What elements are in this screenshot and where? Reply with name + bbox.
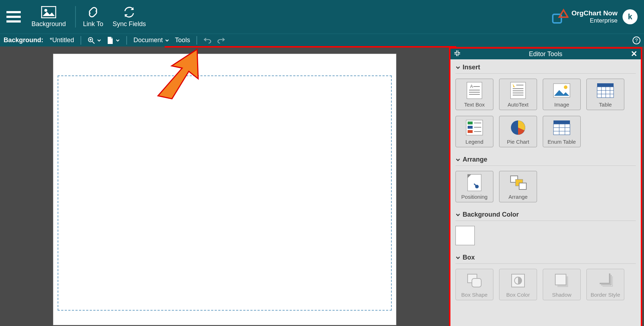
- linkto-button[interactable]: Link To: [83, 6, 103, 28]
- positioning-icon: [467, 174, 482, 192]
- autotext-icon: [510, 82, 526, 99]
- tile-autotext[interactable]: AutoText: [499, 79, 537, 110]
- tile-border-style: Border Style: [586, 269, 624, 300]
- chevron-down-icon: [455, 212, 460, 217]
- page-icon: [107, 36, 113, 44]
- borderstyle-icon: [597, 273, 613, 288]
- sync-icon: [123, 6, 136, 18]
- tile-positioning[interactable]: Positioning: [455, 171, 493, 202]
- image-icon: [41, 6, 56, 18]
- brand: OrgChart Now Enterprise: [551, 8, 618, 26]
- panel-title: Editor Tools: [529, 50, 562, 58]
- svg-rect-22: [597, 87, 614, 98]
- section-arrange: Arrange Positioning Arrange: [455, 154, 636, 202]
- section-insert: Insert A Text Box AutoText Image Table: [455, 61, 636, 147]
- boxcolor-icon: [510, 273, 526, 288]
- svg-line-4: [92, 41, 94, 44]
- tile-table[interactable]: Table: [586, 79, 624, 110]
- svg-rect-42: [468, 174, 481, 191]
- tile-arrange[interactable]: Arrange: [499, 171, 537, 202]
- link-icon: [87, 6, 99, 18]
- menu-button[interactable]: [6, 11, 21, 23]
- boxshape-icon: [466, 273, 483, 288]
- linkto-label: Link To: [83, 20, 103, 28]
- svg-rect-21: [597, 83, 614, 87]
- redo-icon: [217, 37, 225, 44]
- chevron-down-icon: [165, 38, 169, 43]
- textbox-icon: A: [466, 82, 483, 99]
- chevron-down-icon: [455, 255, 460, 260]
- section-header-arrange[interactable]: Arrange: [455, 154, 636, 166]
- undo-button[interactable]: [204, 37, 211, 44]
- user-avatar[interactable]: k: [623, 9, 638, 24]
- sec-divider: [80, 36, 81, 45]
- undo-icon: [204, 37, 211, 44]
- section-box: Box Box Shape Box Color Shadow Border S: [455, 252, 636, 300]
- section-header-box[interactable]: Box: [455, 252, 636, 264]
- tile-image[interactable]: Image: [543, 79, 581, 110]
- section-header-bgcolor[interactable]: Background Color: [455, 209, 636, 221]
- editor-tools-panel: Editor Tools ✕ Insert A Text Box AutoTex…: [450, 49, 641, 326]
- tile-box-shape: Box Shape: [455, 269, 493, 300]
- panel-header: Editor Tools ✕: [450, 49, 641, 59]
- sec-divider: [126, 36, 127, 45]
- page-button[interactable]: [107, 36, 120, 44]
- sync-button[interactable]: Sync Fields: [113, 6, 146, 28]
- section-bg-color: Background Color: [455, 209, 636, 245]
- tile-text-box[interactable]: A Text Box: [455, 79, 493, 110]
- svg-rect-31: [468, 130, 473, 133]
- tile-box-color: Box Color: [499, 269, 537, 300]
- canvas-guides: [58, 75, 392, 311]
- table-icon: [596, 83, 614, 98]
- svg-rect-29: [468, 122, 473, 124]
- toolbar-divider: [75, 6, 76, 28]
- zoom-button[interactable]: [88, 37, 101, 44]
- piechart-icon: [510, 119, 526, 136]
- background-label: Background: [31, 20, 66, 28]
- brand-tier: Enterprise: [590, 17, 618, 24]
- svg-rect-30: [468, 126, 473, 129]
- bg-color-swatch[interactable]: [455, 226, 475, 245]
- bg-prefix: Background:: [4, 36, 43, 44]
- svg-rect-37: [553, 124, 570, 135]
- tools-menu[interactable]: Tools: [175, 36, 190, 44]
- collapse-icon[interactable]: [454, 50, 460, 58]
- legend-icon: [465, 119, 483, 136]
- svg-point-1: [44, 9, 47, 12]
- chevron-down-icon: [455, 65, 460, 70]
- close-icon[interactable]: ✕: [631, 49, 637, 59]
- svg-rect-36: [553, 120, 570, 124]
- svg-rect-46: [519, 183, 526, 189]
- secondary-toolbar: Background: *Untitled Document Tools ?: [0, 34, 644, 46]
- svg-rect-0: [42, 6, 56, 18]
- sec-divider: [196, 36, 197, 45]
- chevron-down-icon: [97, 38, 101, 43]
- zoom-in-icon: [88, 37, 95, 44]
- svg-text:A: A: [470, 84, 473, 89]
- document-menu[interactable]: Document: [133, 36, 169, 44]
- brand-name: OrgChart Now: [571, 9, 618, 17]
- chevron-down-icon: [455, 157, 460, 162]
- document-title[interactable]: *Untitled: [50, 36, 74, 44]
- top-toolbar: Background Link To Sync Fields OrgChart …: [0, 0, 644, 34]
- sync-label: Sync Fields: [113, 20, 146, 28]
- shadow-icon: [554, 273, 570, 288]
- enumtable-icon: [553, 120, 571, 135]
- section-header-insert[interactable]: Insert: [455, 61, 636, 74]
- brand-logo-icon: [551, 8, 569, 26]
- tile-shadow: Shadow: [543, 269, 581, 300]
- tile-enum-table[interactable]: Enum Table: [543, 116, 581, 147]
- help-button[interactable]: ?: [633, 36, 640, 44]
- panel-body: Insert A Text Box AutoText Image Table: [450, 59, 641, 326]
- document-canvas[interactable]: [53, 54, 396, 325]
- tile-legend[interactable]: Legend: [455, 116, 493, 147]
- svg-rect-52: [555, 274, 566, 285]
- image-icon: [553, 83, 571, 98]
- chevron-down-icon: [116, 38, 120, 43]
- svg-rect-48: [472, 278, 481, 287]
- tile-pie-chart[interactable]: Pie Chart: [499, 116, 537, 147]
- svg-point-20: [564, 85, 567, 89]
- redo-button[interactable]: [217, 37, 225, 44]
- arrange-icon: [509, 174, 527, 191]
- background-button[interactable]: Background: [31, 6, 66, 28]
